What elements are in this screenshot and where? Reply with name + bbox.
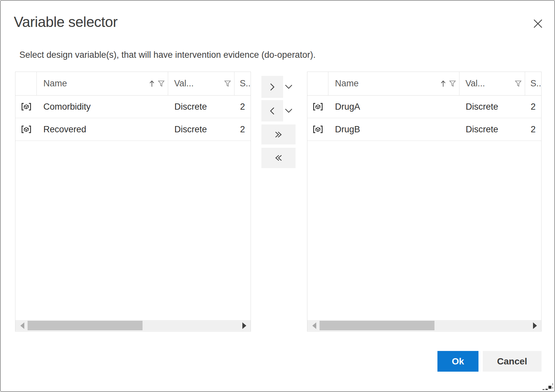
- icon-column-header: [15, 72, 37, 95]
- move-right-dropdown[interactable]: [284, 84, 293, 89]
- value-type-column-label: Val...: [174, 78, 194, 89]
- scroll-right-arrow[interactable]: [533, 322, 537, 329]
- node-variable-icon: [313, 125, 323, 134]
- move-all-left-button[interactable]: [261, 148, 296, 168]
- table-row[interactable]: DrugA Discrete 2: [307, 96, 541, 118]
- variable-value-type: Discrete: [460, 96, 525, 118]
- value-type-column-header[interactable]: Val...: [459, 72, 525, 95]
- chevron-right-icon: [268, 83, 276, 91]
- variable-value-type: Discrete: [168, 118, 235, 141]
- value-type-column-header[interactable]: Val...: [168, 72, 234, 95]
- sort-ascending-icon[interactable]: [149, 80, 155, 88]
- move-all-right-button[interactable]: [261, 124, 296, 144]
- table-row[interactable]: DrugB Discrete 2: [307, 118, 541, 141]
- row-icon-cell: [15, 96, 37, 118]
- node-variable-icon: [21, 125, 32, 134]
- move-left-dropdown[interactable]: [284, 108, 293, 113]
- node-variable-icon: [313, 102, 323, 111]
- horizontal-scrollbar[interactable]: [15, 320, 251, 331]
- icon-column-header: [307, 72, 328, 95]
- double-chevron-right-icon: [274, 130, 283, 139]
- variable-value-type: Discrete: [460, 118, 525, 141]
- horizontal-scrollbar[interactable]: [307, 320, 541, 331]
- filter-icon[interactable]: [515, 80, 522, 87]
- node-variable-icon: [21, 102, 32, 111]
- row-icon-cell: [307, 118, 328, 141]
- double-chevron-left-icon: [274, 154, 283, 162]
- value-type-column-label: Val...: [465, 78, 485, 89]
- dialog-description: Select design variable(s), that will hav…: [19, 50, 316, 60]
- close-icon: [533, 18, 543, 29]
- variable-states: 2: [525, 118, 541, 141]
- scroll-left-arrow[interactable]: [312, 322, 316, 329]
- table-row[interactable]: Comorbidity Discrete 2: [15, 96, 251, 118]
- sort-ascending-icon[interactable]: [440, 80, 446, 88]
- scroll-left-arrow[interactable]: [20, 322, 24, 329]
- name-column-header[interactable]: Name: [328, 72, 459, 95]
- move-right-button[interactable]: [261, 76, 283, 98]
- available-variables-table: Name Val... S..: [15, 72, 251, 332]
- name-column-label: Name: [43, 78, 67, 89]
- cancel-button[interactable]: Cancel: [483, 351, 542, 372]
- resize-grip[interactable]: [541, 382, 553, 391]
- variable-name: DrugA: [328, 96, 460, 118]
- selected-variables-table: Name Val... S..: [307, 72, 542, 332]
- scroll-right-arrow[interactable]: [242, 322, 246, 329]
- name-column-label: Name: [335, 78, 359, 89]
- variable-name: Recovered: [37, 118, 168, 141]
- close-button[interactable]: [531, 17, 544, 30]
- dialog-title: Variable selector: [14, 14, 118, 30]
- states-column-header[interactable]: S..: [525, 72, 541, 95]
- states-column-header[interactable]: S..: [234, 72, 251, 95]
- row-icon-cell: [15, 118, 37, 141]
- scrollbar-thumb[interactable]: [28, 321, 143, 330]
- filter-icon[interactable]: [449, 80, 456, 87]
- table-header: Name Val... S..: [15, 72, 251, 96]
- variable-value-type: Discrete: [168, 96, 235, 118]
- move-left-button[interactable]: [261, 100, 283, 121]
- filter-icon[interactable]: [158, 80, 165, 87]
- table-header: Name Val... S..: [307, 72, 541, 96]
- table-row[interactable]: Recovered Discrete 2: [15, 118, 251, 141]
- states-column-label: S..: [240, 78, 251, 89]
- name-column-header[interactable]: Name: [37, 72, 168, 95]
- variable-states: 2: [235, 118, 251, 141]
- variable-name: DrugB: [328, 118, 460, 141]
- states-column-label: S..: [530, 78, 541, 89]
- variable-states: 2: [235, 96, 251, 118]
- row-icon-cell: [307, 96, 328, 118]
- filter-icon[interactable]: [224, 80, 231, 87]
- variable-selector-dialog: Variable selector Select design variable…: [0, 0, 555, 392]
- variable-name: Comorbidity: [37, 96, 168, 118]
- chevron-left-icon: [268, 107, 276, 115]
- scrollbar-thumb[interactable]: [320, 321, 434, 330]
- variable-states: 2: [525, 96, 541, 118]
- ok-button[interactable]: Ok: [437, 351, 478, 372]
